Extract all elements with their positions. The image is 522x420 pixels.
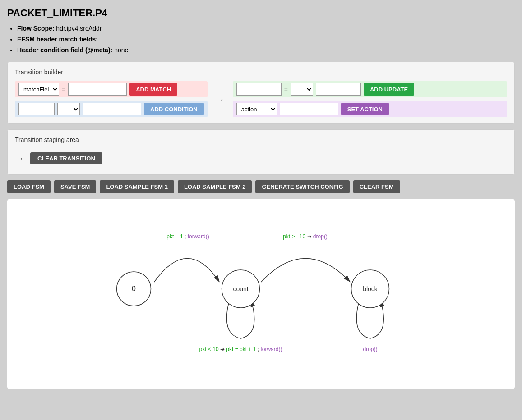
clear-transition-button[interactable]: CLEAR TRANSITION: [30, 152, 102, 164]
header-cond-label: Header condition field (@meta):: [17, 46, 112, 54]
condition-left-input[interactable]: [18, 103, 55, 115]
condition-right-input[interactable]: [83, 103, 141, 115]
left-section: matchField = ADD MATCH ADD CONDITION: [15, 81, 208, 117]
update-op-select[interactable]: [291, 83, 313, 96]
save-fsm-button[interactable]: SAVE FSM: [54, 180, 97, 193]
right-section: = ADD UPDATE action SET ACTION: [233, 81, 507, 117]
node-count-label: count: [233, 285, 248, 292]
load-sample1-button[interactable]: LOAD SAMPLE FSM 1: [100, 180, 174, 193]
load-fsm-button[interactable]: LOAD FSM: [7, 180, 51, 193]
staging-arrow-icon: →: [15, 153, 24, 164]
clear-fsm-button[interactable]: CLEAR FSM: [353, 180, 400, 193]
edge-label-block-self: drop(): [363, 346, 377, 352]
transition-builder-panel: Transition builder matchField = ADD MATC…: [7, 62, 515, 124]
action-row: action SET ACTION: [233, 101, 507, 117]
transition-builder-inner: matchField = ADD MATCH ADD CONDITION →: [15, 81, 507, 117]
page-title: PACKET_LIMITER.P4: [7, 7, 515, 19]
update-val-input[interactable]: [316, 83, 361, 96]
action-select[interactable]: action: [236, 103, 277, 115]
match-row: matchField = ADD MATCH: [15, 81, 208, 97]
edge-label-count-self: pkt < 10 ➔ pkt = pkt + 1 ; forward(): [199, 346, 282, 352]
update-eq-label: =: [284, 86, 288, 93]
add-update-button[interactable]: ADD UPDATE: [364, 83, 414, 96]
action-value-input[interactable]: [280, 103, 338, 115]
arrow-divider: →: [212, 94, 228, 105]
staging-panel: Transition staging area → CLEAR TRANSITI…: [7, 129, 515, 175]
add-match-button[interactable]: ADD MATCH: [129, 83, 177, 96]
flow-scope-label: Flow Scope:: [17, 25, 54, 32]
edge-label-count-block: pkt >= 10 ➔ drop(): [283, 233, 328, 240]
toolbar: LOAD FSM SAVE FSM LOAD SAMPLE FSM 1 LOAD…: [7, 180, 515, 193]
condition-op-select[interactable]: [57, 103, 80, 115]
edge-label-0-count: pkt = 1 ; forward(): [166, 233, 209, 240]
add-condition-button[interactable]: ADD CONDITION: [144, 103, 204, 115]
set-action-button[interactable]: SET ACTION: [341, 103, 389, 115]
load-sample2-button[interactable]: LOAD SAMPLE FSM 2: [178, 180, 252, 193]
generate-config-button[interactable]: GENERATE SWITCH CONFIG: [255, 180, 349, 193]
update-key-input[interactable]: [236, 83, 282, 96]
transition-builder-title: Transition builder: [15, 68, 507, 76]
staging-inner: → CLEAR TRANSITION: [15, 149, 507, 168]
match-value-input[interactable]: [68, 83, 127, 96]
staging-title: Transition staging area: [15, 136, 507, 143]
flow-scope-value: hdr.ipv4.srcAddr: [56, 25, 102, 32]
match-eq-label: =: [62, 86, 65, 93]
diagram-panel: 0 count block pkt = 1 ; forward() pkt >=…: [7, 199, 515, 389]
meta-info: Flow Scope: hdr.ipv4.srcAddr EFSM header…: [7, 23, 515, 55]
node-block-label: block: [363, 285, 378, 292]
match-field-select[interactable]: matchField: [18, 83, 59, 96]
node-0-label: 0: [132, 285, 136, 292]
header-cond-value: none: [114, 46, 128, 54]
condition-row: ADD CONDITION: [15, 101, 208, 117]
update-row: = ADD UPDATE: [233, 81, 507, 97]
efsm-label: EFSM header match fields:: [17, 36, 98, 43]
fsm-diagram: 0 count block pkt = 1 ; forward() pkt >=…: [16, 208, 506, 379]
